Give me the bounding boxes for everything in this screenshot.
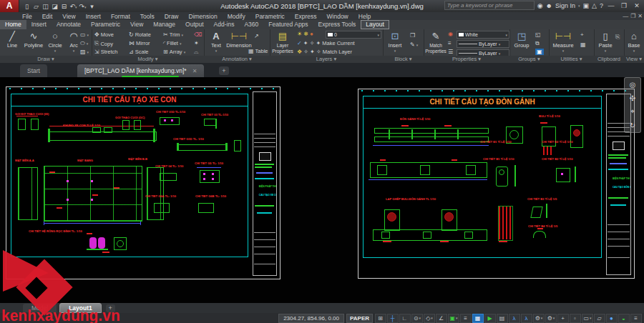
block-panel-label[interactable]: Block ▾ xyxy=(383,56,424,63)
ribbon-tab[interactable]: Add-ins xyxy=(209,20,240,29)
view-panel-label[interactable]: View ▾ xyxy=(624,56,644,63)
autoscale-icon[interactable]: λ xyxy=(521,314,532,323)
hardware-acceleration-icon[interactable]: ● xyxy=(606,314,618,323)
hatch-button[interactable]: ▨▾ xyxy=(80,49,89,55)
search-icon[interactable]: ◉ xyxy=(537,2,543,9)
polar-tracking-icon[interactable]: ⊙▾ xyxy=(411,314,423,323)
minimize-button[interactable]: — xyxy=(606,2,616,9)
search-input[interactable]: Type a keyword or phrase xyxy=(444,1,535,10)
share-icon[interactable]: ◒ xyxy=(618,314,630,323)
ribbon-tab[interactable]: Output xyxy=(180,20,209,29)
menu-item[interactable]: Edit xyxy=(37,13,58,20)
ribbon-tab[interactable]: View xyxy=(125,20,148,29)
draw-panel-label[interactable]: Draw ▾ xyxy=(0,56,92,63)
move-button[interactable]: ✥Move xyxy=(94,31,114,38)
modify-panel-label[interactable]: Modify ▾ xyxy=(92,56,204,63)
ungroup-button[interactable]: ◱ xyxy=(535,31,541,38)
ortho-icon[interactable]: ∟ xyxy=(399,314,411,323)
ribbon-tab[interactable]: Manage xyxy=(148,20,180,29)
ellipse-button[interactable]: ⬭▾ xyxy=(80,40,88,47)
ribbon-tab[interactable]: Insert xyxy=(26,20,52,29)
orbit-icon[interactable]: ↻ xyxy=(630,121,635,129)
ribbon-tab[interactable]: Featured Apps xyxy=(263,20,313,29)
clean-screen-icon[interactable]: ▱ xyxy=(594,314,605,323)
group-selection-toggle[interactable]: ▣ xyxy=(535,49,544,55)
explode-button[interactable]: ✶ xyxy=(194,40,199,46)
layers-panel-label[interactable]: Layers ▾ xyxy=(270,56,383,63)
workspace-icon[interactable]: ⚙▾ xyxy=(545,314,557,323)
snap-icon[interactable]: ┼ xyxy=(387,314,399,323)
menu-item[interactable]: Insert xyxy=(81,13,106,20)
lineweight-icon[interactable]: ≡ xyxy=(460,314,472,323)
match-layer-button[interactable]: ❖ ✧ ✦ ✧ Match Layer xyxy=(297,49,352,55)
redo-icon[interactable]: ↷▾ xyxy=(78,3,87,10)
copy-clip-button[interactable]: ⎘ xyxy=(615,34,620,41)
menu-item[interactable]: Draw xyxy=(160,13,184,20)
ribbon-tab[interactable]: Layout xyxy=(361,20,389,29)
a360-icon[interactable]: △ xyxy=(592,2,597,9)
annotation-monitor-icon[interactable]: ▤ xyxy=(497,314,508,323)
doc-window-button[interactable]: — xyxy=(623,13,628,19)
offset-button[interactable]: ⌓ xyxy=(194,49,198,56)
menu-item[interactable]: Parametric xyxy=(250,13,290,20)
quick-select-button[interactable]: + xyxy=(580,31,584,38)
text-button[interactable]: A Text▾ xyxy=(205,30,227,53)
array-button[interactable]: ⊞Array▾ xyxy=(163,49,185,55)
quick-calc-button[interactable]: ▦ xyxy=(580,41,586,48)
menu-item[interactable]: Format xyxy=(106,13,135,20)
erase-button[interactable]: ⌫ xyxy=(194,31,202,38)
layout1-tab[interactable]: Layout1 xyxy=(59,303,102,313)
ribbon-tab[interactable]: A360 xyxy=(239,20,263,29)
close-button[interactable]: ✕ xyxy=(632,2,642,9)
customization-icon[interactable]: ≡ xyxy=(630,314,642,323)
autocad-logo-icon[interactable]: A xyxy=(0,0,19,12)
line-button[interactable]: ╱ Line xyxy=(1,30,23,49)
rectangle-button[interactable]: ▭▾ xyxy=(80,31,89,38)
grid-icon[interactable]: ⊞ xyxy=(375,314,386,323)
new-tab-button[interactable]: + xyxy=(219,66,229,75)
object-snap-icon[interactable]: ▣▾ xyxy=(448,314,459,323)
groups-panel-label[interactable]: Groups ▾ xyxy=(509,56,549,63)
save-as-icon[interactable]: ◪ xyxy=(50,3,59,10)
layer-dropdown[interactable]: 0 ▾ xyxy=(326,31,381,39)
drawing-canvas[interactable]: CHI TIẾT CẤU TẠO XE CON xyxy=(0,77,644,303)
menu-item[interactable]: File xyxy=(17,13,37,20)
menu-item[interactable]: Tools xyxy=(135,13,160,20)
utilities-panel-label[interactable]: Utilities ▾ xyxy=(549,56,594,63)
color-dropdown[interactable]: White▾ xyxy=(457,31,509,39)
menu-item[interactable]: View xyxy=(57,13,80,20)
new-layout-button[interactable]: + xyxy=(106,304,115,312)
edit-block-button[interactable]: ✎▾ xyxy=(410,41,418,48)
insert-button[interactable]: ⊡ Insert▾ xyxy=(384,30,406,53)
scale-button[interactable]: ⊿Scale xyxy=(129,49,148,55)
leader-button[interactable]: ↗ xyxy=(254,33,259,39)
polyline-button[interactable]: ∿ Polyline xyxy=(23,30,44,49)
plot-icon[interactable]: ⊟ xyxy=(59,3,69,10)
layer-properties-button[interactable]: ▤ Layer Properties xyxy=(270,30,295,54)
lineweight-dropdown[interactable]: ByLayer▾ xyxy=(457,40,509,48)
mirror-button[interactable]: ⋈Mirror xyxy=(129,40,150,46)
annotation-visibility-icon[interactable]: λ xyxy=(509,314,520,323)
ribbon-tab[interactable]: Annotate xyxy=(52,20,86,29)
maximize-button[interactable]: ❐ xyxy=(619,2,629,9)
isolate-objects-icon[interactable]: ▫ xyxy=(570,314,581,323)
isodraft-icon[interactable]: ◇▾ xyxy=(424,314,435,323)
measure-button[interactable]: ⊢⊣ Measure▾ xyxy=(550,30,576,53)
ribbon-tab[interactable]: Parametric xyxy=(86,20,125,29)
close-tab-icon[interactable]: ✕ xyxy=(192,68,197,74)
plus-icon[interactable]: + xyxy=(557,314,569,323)
menu-item[interactable]: Express xyxy=(290,13,322,20)
store-cart-icon[interactable]: ▣ xyxy=(583,2,590,9)
group-button[interactable]: ◳ Group xyxy=(511,30,532,49)
model-tab[interactable]: Model xyxy=(23,304,57,312)
doc-window-button[interactable]: ❐ xyxy=(630,13,635,19)
stretch-button[interactable]: ⇲Stretch xyxy=(94,49,117,55)
annotation-panel-label[interactable]: Annotation ▾ xyxy=(204,56,270,63)
undo-icon[interactable]: ↶▾ xyxy=(69,3,78,10)
menu-item[interactable]: Window xyxy=(322,13,353,20)
properties-panel-label[interactable]: Properties ▾ xyxy=(424,56,509,63)
fillet-button[interactable]: ◜Fillet▾ xyxy=(163,40,181,46)
dimension-button[interactable]: ⊢⊣ Dimension xyxy=(225,30,253,49)
match-properties-button[interactable]: ✎ Match Properties xyxy=(424,30,447,54)
steering-wheel-icon[interactable]: ◎ xyxy=(630,81,636,89)
